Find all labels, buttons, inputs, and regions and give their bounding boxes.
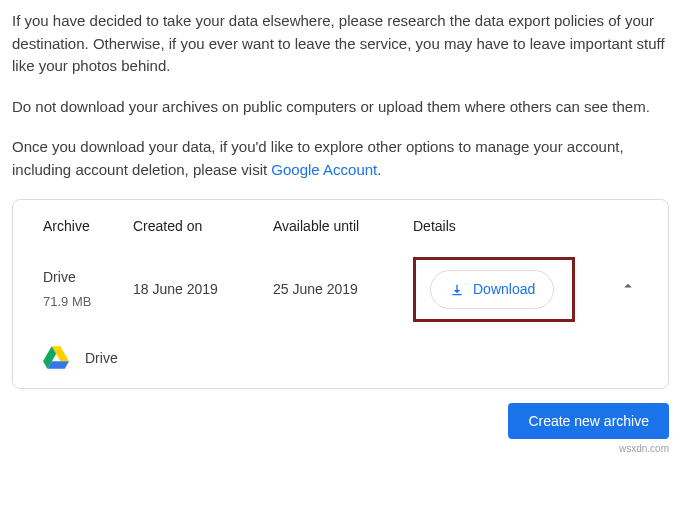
intro-paragraph-3: Once you download your data, if you'd li… <box>12 136 669 181</box>
intro-p3-suffix: . <box>377 161 381 178</box>
header-details: Details <box>413 216 608 237</box>
archive-table-header: Archive Created on Available until Detai… <box>13 200 668 247</box>
download-button[interactable]: Download <box>430 270 554 309</box>
header-created: Created on <box>133 216 273 237</box>
product-name: Drive <box>85 348 118 369</box>
created-date: 18 June 2019 <box>133 279 273 300</box>
table-row: Drive 71.9 MB 18 June 2019 25 June 2019 … <box>13 247 668 332</box>
watermark: wsxdn.com <box>12 441 669 456</box>
archive-card: Archive Created on Available until Detai… <box>12 199 669 389</box>
archive-name: Drive <box>43 267 133 288</box>
google-account-link[interactable]: Google Account <box>271 161 377 178</box>
chevron-up-icon[interactable] <box>619 276 637 303</box>
header-archive: Archive <box>43 216 133 237</box>
footer-actions: Create new archive <box>12 403 669 439</box>
download-highlight-box: Download <box>413 257 575 322</box>
product-row: Drive <box>13 332 668 378</box>
download-label: Download <box>473 279 535 300</box>
intro-paragraph-1: If you have decided to take your data el… <box>12 10 669 78</box>
create-new-archive-button[interactable]: Create new archive <box>508 403 669 439</box>
archive-size: 71.9 MB <box>43 292 133 312</box>
download-icon <box>449 282 465 298</box>
header-available: Available until <box>273 216 413 237</box>
available-date: 25 June 2019 <box>273 279 413 300</box>
intro-paragraph-2: Do not download your archives on public … <box>12 96 669 119</box>
google-drive-icon <box>43 346 69 370</box>
